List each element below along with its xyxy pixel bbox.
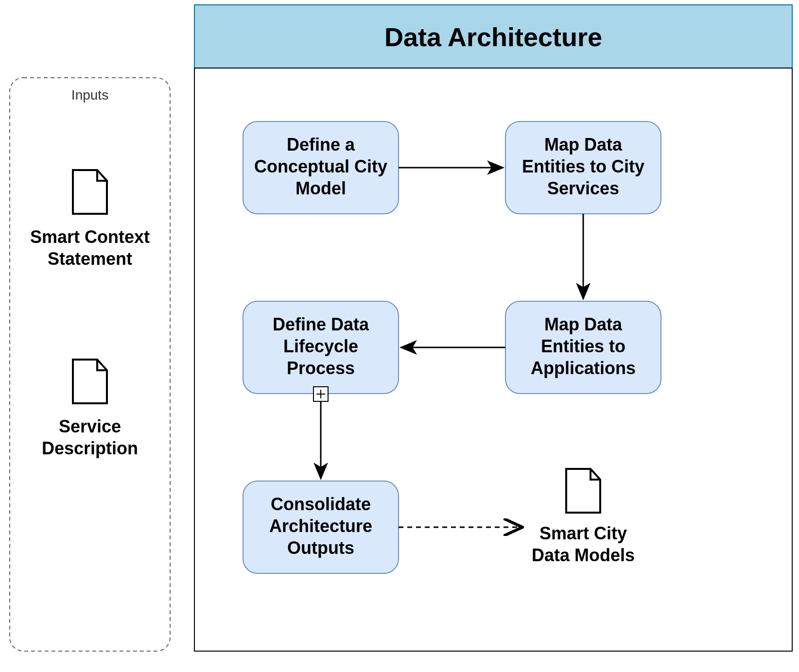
node-text-line3: Outputs: [287, 538, 354, 558]
node-map-entities-city-services: Map Data Entities to City Services: [505, 121, 661, 214]
output-caption-line2: Data Models: [532, 545, 635, 565]
document-icon: [73, 360, 107, 403]
node-text-line3: Model: [295, 178, 346, 198]
input-caption-line1: Smart Context: [30, 227, 150, 247]
node-text-line2: Lifecycle: [283, 336, 358, 356]
architecture-title: Data Architecture: [384, 22, 602, 52]
inputs-label: Inputs: [71, 87, 108, 103]
node-text-line2: Entities to: [541, 336, 625, 356]
node-text-line3: Process: [287, 358, 355, 378]
subprocess-plus-icon: [313, 387, 328, 401]
node-text-line2: Architecture: [269, 516, 372, 536]
node-text-line3: Applications: [531, 358, 636, 378]
node-text-line1: Consolidate: [271, 494, 371, 514]
node-define-conceptual-city-model: Define a Conceptual City Model: [243, 121, 399, 214]
output-caption-line1: Smart City: [539, 523, 627, 543]
node-text-line1: Define Data: [273, 314, 369, 334]
node-text-line2: Entities to City: [522, 156, 644, 176]
node-text-line2: Conceptual City: [254, 156, 387, 176]
node-text-line3: Services: [547, 178, 619, 198]
input-caption-line2: Statement: [48, 249, 132, 269]
node-consolidate-architecture-outputs: Consolidate Architecture Outputs: [243, 481, 399, 573]
node-text-line1: Define a: [287, 135, 355, 155]
document-icon: [566, 469, 600, 513]
input-caption-line2: Description: [42, 438, 138, 458]
input-caption-line1: Service: [59, 416, 121, 436]
document-icon: [73, 170, 107, 214]
inputs-container: Inputs Smart Context Statement Service D…: [10, 78, 170, 651]
node-text-line1: Map Data: [544, 314, 623, 334]
node-text-line1: Map Data: [544, 135, 623, 155]
node-map-entities-applications: Map Data Entities to Applications: [505, 301, 661, 394]
node-define-data-lifecycle-process: Define Data Lifecycle Process: [243, 301, 399, 401]
